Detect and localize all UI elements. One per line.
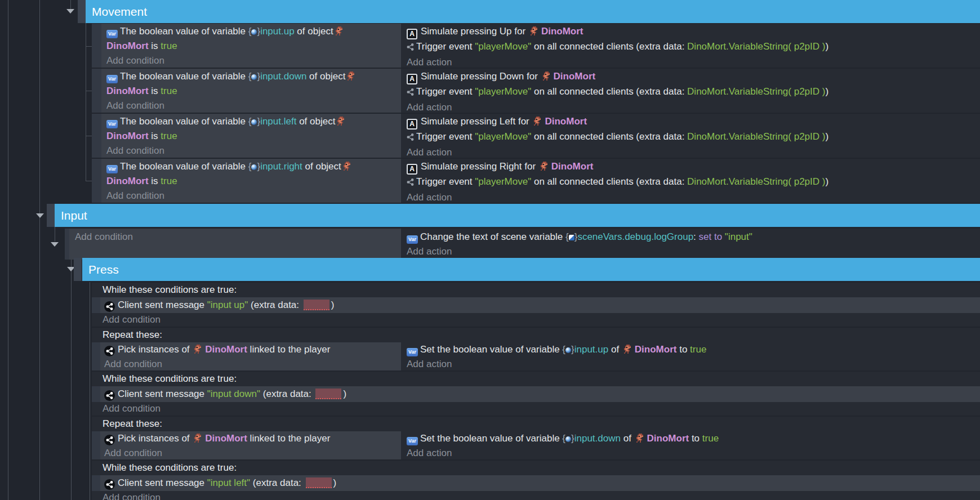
add-condition-button[interactable]: Add condition xyxy=(106,144,401,158)
add-action-button[interactable]: Add action xyxy=(407,244,980,259)
collapse-arrow-input[interactable] xyxy=(36,213,44,218)
group-bar-input[interactable]: Input xyxy=(55,204,980,227)
condition-text[interactable]: VarThe boolean value of variable {}input… xyxy=(106,159,401,189)
condition-text[interactable]: Pick instances of DinoMort linked to the… xyxy=(104,431,401,446)
action-text[interactable]: VarSet the boolean value of variable {}i… xyxy=(407,342,980,357)
action-text[interactable]: Trigger event "playerMove" on all connec… xyxy=(407,39,980,55)
action-text[interactable]: ASimulate pressing Down for DinoMort xyxy=(407,69,980,84)
add-condition-button[interactable]: Add condition xyxy=(75,230,401,244)
action-text[interactable]: ASimulate pressing Left for DinoMort xyxy=(407,114,980,130)
trigger-event-icon xyxy=(407,86,414,100)
add-condition-button[interactable]: Add condition xyxy=(106,99,401,113)
condition-text[interactable]: Client sent message "input up" (extra da… xyxy=(100,297,980,313)
while-label: While these conditions are true: xyxy=(92,372,980,386)
empty-parameter-field[interactable] xyxy=(306,477,332,488)
conditions-cell: VarThe boolean value of variable {}input… xyxy=(101,69,401,113)
object-variable-icon: {} xyxy=(562,433,574,444)
event-drag-handle[interactable] xyxy=(92,431,100,459)
while-label: While these conditions are true: xyxy=(92,461,980,475)
add-condition-button[interactable]: Add condition xyxy=(104,446,401,461)
action-text[interactable]: VarSet the boolean value of variable {}i… xyxy=(407,431,980,446)
event-drag-handle[interactable] xyxy=(92,24,101,68)
action-text[interactable]: ASimulate pressing Up for DinoMort xyxy=(407,24,980,39)
add-condition-button[interactable]: Add condition xyxy=(92,313,980,327)
condition-text[interactable]: VarThe boolean value of variable {}input… xyxy=(106,114,401,144)
event-drag-handle[interactable] xyxy=(92,159,101,203)
actions-cell: VarSet the boolean value of variable {}i… xyxy=(401,342,980,370)
add-action-button[interactable]: Add action xyxy=(407,55,980,70)
group-bar-press[interactable]: Press xyxy=(82,258,980,281)
conditions-cell: Pick instances of DinoMort linked to the… xyxy=(100,342,401,370)
event-drag-handle[interactable] xyxy=(92,475,100,491)
p2p-message-icon xyxy=(104,346,115,356)
event-while: While these conditions are true: Client … xyxy=(92,461,980,500)
object-variable-icon: {} xyxy=(248,26,260,37)
actions-cell: ASimulate pressing Down for DinoMort Tri… xyxy=(401,69,980,113)
dino-object-icon xyxy=(193,345,202,354)
variable-icon: Var xyxy=(407,235,418,244)
event-drag-handle[interactable] xyxy=(92,69,101,113)
group-handle[interactable] xyxy=(47,204,55,227)
event-drag-handle[interactable] xyxy=(92,297,100,313)
conditions-cell: VarThe boolean value of variable {}input… xyxy=(101,159,401,203)
event-drag-handle[interactable] xyxy=(92,114,101,158)
tree-tick xyxy=(86,181,92,181)
actions-cell: ASimulate pressing Left for DinoMort Tri… xyxy=(401,114,980,158)
add-condition-button[interactable]: Add condition xyxy=(106,53,401,68)
dino-object-icon xyxy=(635,434,644,443)
add-action-button[interactable]: Add action xyxy=(407,100,980,115)
action-text[interactable]: Trigger event "playerMove" on all connec… xyxy=(407,130,980,145)
object-variable-icon: {} xyxy=(248,71,260,82)
action-text[interactable]: ASimulate pressing Right for DinoMort xyxy=(407,159,980,175)
condition-text[interactable]: Client sent message "input left" (extra … xyxy=(100,475,980,491)
keyboard-key-icon: A xyxy=(407,164,417,175)
condition-text[interactable]: Pick instances of DinoMort linked to the… xyxy=(104,342,401,357)
action-text[interactable]: Trigger event "playerMove" on all connec… xyxy=(407,175,980,190)
actions-cell: VarSet the boolean value of variable {}i… xyxy=(401,431,980,459)
condition-text[interactable]: VarThe boolean value of variable {}input… xyxy=(106,69,401,99)
group-handle[interactable] xyxy=(78,0,86,23)
add-action-button[interactable]: Add action xyxy=(407,145,980,160)
variable-icon: Var xyxy=(106,165,118,173)
add-action-button[interactable]: Add action xyxy=(407,190,980,205)
collapse-arrow-input-children[interactable] xyxy=(51,242,59,247)
object-variable-icon: {} xyxy=(248,116,260,127)
conditions-cell: Pick instances of DinoMort linked to the… xyxy=(100,431,401,459)
event-sheet: Movement VarThe boolean value of variabl… xyxy=(0,0,980,500)
group-bar-movement[interactable]: Movement xyxy=(86,0,980,23)
dino-object-icon xyxy=(335,26,344,36)
dino-object-icon xyxy=(336,117,345,126)
condition-text[interactable]: Client sent message "input down" (extra … xyxy=(100,386,980,402)
add-action-button[interactable]: Add action xyxy=(407,446,980,461)
conditions-cell: VarThe boolean value of variable {}input… xyxy=(101,114,401,158)
tree-guide-line xyxy=(55,227,55,242)
event-row: VarThe boolean value of variable {}input… xyxy=(92,24,980,68)
condition-text[interactable]: VarThe boolean value of variable {}input… xyxy=(106,24,401,53)
action-text[interactable]: Trigger event "playerMove" on all connec… xyxy=(407,84,980,100)
actions-cell: ASimulate pressing Up for DinoMort Trigg… xyxy=(401,24,980,68)
add-condition-button[interactable]: Add condition xyxy=(92,402,980,416)
collapse-arrow-movement[interactable] xyxy=(66,9,74,14)
group-handle[interactable] xyxy=(74,258,82,281)
dino-object-icon xyxy=(193,434,202,443)
add-condition-button[interactable]: Add condition xyxy=(104,357,401,372)
variable-icon: Var xyxy=(106,30,118,38)
add-condition-button[interactable]: Add condition xyxy=(92,491,980,500)
add-action-button[interactable]: Add action xyxy=(407,357,980,372)
event-drag-handle[interactable] xyxy=(92,386,100,402)
group-title: Movement xyxy=(92,5,147,19)
event-repeat: Repeat these: Pick instances of DinoMort… xyxy=(92,417,980,459)
group-title: Input xyxy=(61,209,87,222)
p2p-message-icon xyxy=(104,479,115,490)
empty-parameter-field[interactable] xyxy=(304,300,329,310)
tree-tick xyxy=(86,91,92,91)
add-condition-button[interactable]: Add condition xyxy=(106,189,401,203)
event-drag-handle[interactable] xyxy=(65,229,69,260)
empty-parameter-field[interactable] xyxy=(315,389,341,399)
event-drag-handle[interactable] xyxy=(92,342,100,370)
action-text[interactable]: VarChange the text of scene variable {}s… xyxy=(407,230,980,244)
trigger-event-icon xyxy=(407,41,414,55)
while-label: While these conditions are true: xyxy=(92,283,980,297)
event-row: VarThe boolean value of variable {}input… xyxy=(92,159,980,203)
variable-icon: Var xyxy=(106,120,118,128)
